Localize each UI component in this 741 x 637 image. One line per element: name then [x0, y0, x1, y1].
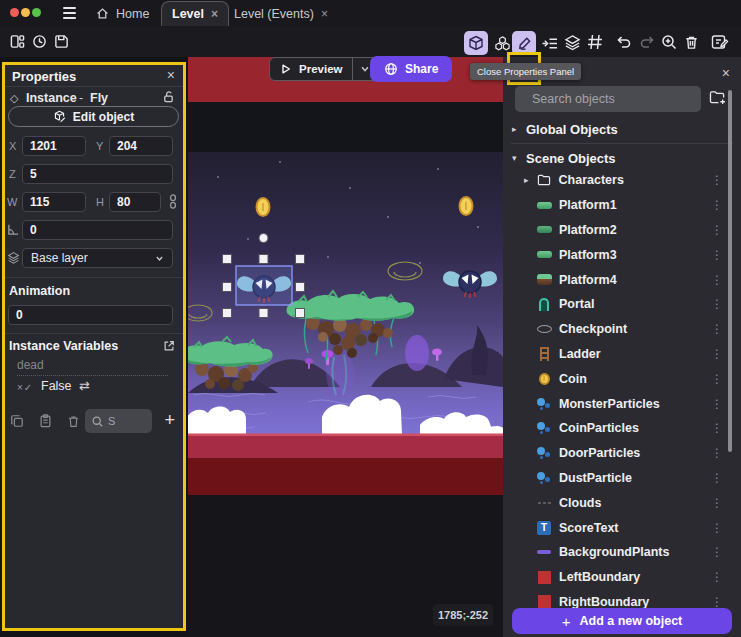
unlock-icon[interactable] [162, 90, 175, 103]
variables-search-input[interactable] [108, 415, 138, 427]
objects-group-tool-icon[interactable] [490, 31, 514, 55]
height-field[interactable] [109, 192, 161, 212]
share-button[interactable]: Share [370, 56, 452, 82]
instances-list-icon[interactable] [539, 34, 559, 52]
grid-icon[interactable] [585, 32, 605, 52]
edit-object-button[interactable]: Edit object [8, 106, 179, 127]
properties-close-icon[interactable]: × [167, 67, 175, 83]
scene-objects-group[interactable]: ▾ Scene Objects [503, 147, 733, 169]
panels-layout-icon[interactable] [8, 32, 26, 50]
objects-search[interactable] [515, 86, 701, 112]
object-item-doorparticles[interactable]: DoorParticles ⋮ [503, 441, 735, 466]
objects-search-input[interactable] [532, 92, 693, 106]
objects-panel-close-icon[interactable]: × [722, 65, 730, 81]
object-item-scoretext[interactable]: T ScoreText ⋮ [503, 515, 735, 540]
history-icon[interactable] [30, 32, 48, 50]
tab-level-events[interactable]: Level (Events) × [224, 1, 338, 26]
item-menu-icon[interactable]: ⋮ [711, 297, 723, 311]
toggle-value-icon[interactable]: ⇄ [79, 378, 90, 393]
window-minimize-button[interactable] [21, 8, 30, 17]
tab-close-icon[interactable]: × [321, 7, 328, 21]
edit-properties-tool-icon[interactable] [512, 31, 536, 55]
item-menu-icon[interactable]: ⋮ [711, 372, 723, 386]
item-menu-icon[interactable]: ⋮ [711, 223, 723, 237]
item-menu-icon[interactable]: ⋮ [711, 496, 723, 510]
object-item-platform3[interactable]: Platform3 ⋮ [503, 242, 735, 267]
tab-close-icon[interactable]: × [211, 7, 218, 21]
item-menu-icon[interactable]: ⋮ [711, 347, 723, 361]
tab-level[interactable]: Level × [161, 1, 229, 26]
delete-icon[interactable] [681, 32, 701, 52]
variables-search[interactable] [85, 409, 152, 433]
item-menu-icon[interactable]: ⋮ [711, 198, 723, 212]
particles-thumbnail-icon [536, 396, 552, 412]
item-menu-icon[interactable]: ⋮ [711, 545, 723, 559]
rotation-handle[interactable] [259, 234, 268, 243]
object-item-platform4[interactable]: Platform4 ⋮ [503, 267, 735, 292]
edit-scene-settings-icon[interactable] [709, 32, 731, 52]
x-field[interactable] [22, 136, 86, 156]
global-objects-group[interactable]: ▸ Global Objects [503, 118, 733, 140]
item-menu-icon[interactable]: ⋮ [711, 595, 723, 609]
properties-panel: Properties × ◇ Instance - Fly Edit objec… [2, 62, 186, 631]
variable-value[interactable]: False [41, 379, 72, 393]
layer-select[interactable]: Base layer [22, 248, 173, 268]
copy-icon[interactable] [9, 413, 25, 429]
item-menu-icon[interactable]: ⋮ [711, 471, 723, 485]
tab-home[interactable]: Home [86, 1, 159, 26]
add-folder-icon[interactable] [709, 90, 726, 105]
object-item-ladder[interactable]: Ladder ⋮ [503, 342, 735, 367]
redo-icon[interactable] [637, 32, 657, 52]
object-item-characters[interactable]: ▸ Characters ⋮ [503, 168, 735, 193]
item-menu-icon[interactable]: ⋮ [711, 273, 723, 287]
zoom-in-icon[interactable] [659, 32, 679, 52]
paste-icon[interactable] [37, 413, 53, 429]
object-item-leftboundary[interactable]: LeftBoundary ⋮ [503, 565, 735, 590]
add-variable-icon[interactable]: + [164, 410, 175, 431]
variable-name[interactable]: dead [17, 358, 168, 376]
item-menu-icon[interactable]: ⋮ [711, 173, 723, 187]
y-field[interactable] [109, 136, 173, 156]
coin-object[interactable] [460, 197, 473, 215]
object-item-coin[interactable]: Coin ⋮ [503, 366, 735, 391]
object-item-clouds[interactable]: Clouds ⋮ [503, 490, 735, 515]
item-menu-icon[interactable]: ⋮ [711, 446, 723, 460]
scene-render [188, 57, 503, 637]
object-item-dustparticle[interactable]: DustParticle ⋮ [503, 466, 735, 491]
object-item-monsterparticles[interactable]: MonsterParticles ⋮ [503, 391, 735, 416]
animation-field[interactable] [8, 305, 173, 325]
main-menu-icon[interactable] [63, 7, 76, 19]
plants-thumbnail-icon [536, 544, 552, 560]
open-variables-icon[interactable] [163, 340, 175, 352]
object-item-coinparticles[interactable]: CoinParticles ⋮ [503, 416, 735, 441]
preview-button[interactable]: Preview [270, 63, 352, 75]
item-menu-icon[interactable]: ⋮ [711, 521, 723, 535]
item-menu-icon[interactable]: ⋮ [711, 397, 723, 411]
item-menu-icon[interactable]: ⋮ [711, 322, 723, 336]
save-icon[interactable] [52, 32, 70, 50]
item-menu-icon[interactable]: ⋮ [711, 570, 723, 584]
play-icon [280, 63, 292, 75]
coin-object[interactable] [257, 198, 270, 216]
width-field[interactable] [22, 192, 86, 212]
undo-icon[interactable] [614, 32, 634, 52]
lock-aspect-ratio-icon[interactable] [168, 194, 178, 209]
layers-icon[interactable] [561, 32, 583, 52]
item-menu-icon[interactable]: ⋮ [711, 421, 723, 435]
bottom-band-crimson [188, 436, 503, 458]
object-item-checkpoint[interactable]: Checkpoint ⋮ [503, 317, 735, 342]
delete-variable-icon[interactable] [65, 413, 81, 429]
object-item-backgroundplants[interactable]: BackgroundPlants ⋮ [503, 540, 735, 565]
add-new-object-button[interactable]: + Add a new object [512, 608, 732, 634]
scene-canvas[interactable]: 1785;-252 [188, 57, 503, 637]
object-item-platform2[interactable]: Platform2 ⋮ [503, 218, 735, 243]
scrollbar-thumb[interactable] [728, 90, 732, 452]
item-menu-icon[interactable]: ⋮ [711, 248, 723, 262]
object-item-portal[interactable]: Portal ⋮ [503, 292, 735, 317]
angle-field[interactable] [22, 220, 173, 240]
window-zoom-button[interactable] [32, 8, 41, 17]
z-field[interactable] [22, 164, 173, 184]
object-item-platform1[interactable]: Platform1 ⋮ [503, 193, 735, 218]
window-close-button[interactable] [10, 8, 19, 17]
3d-box-tool-icon[interactable] [464, 31, 488, 55]
